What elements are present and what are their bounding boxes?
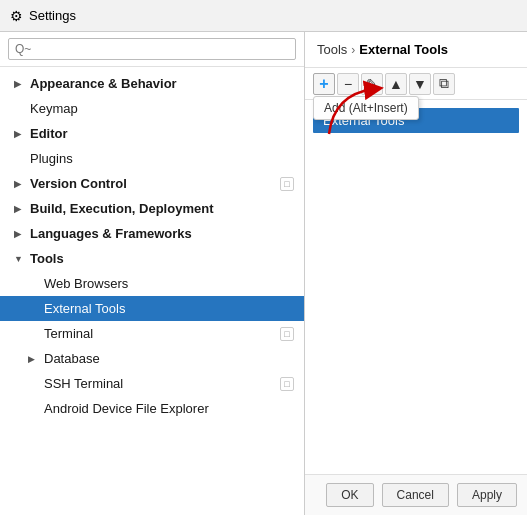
- cancel-button[interactable]: Cancel: [382, 483, 449, 507]
- build-execution-expand-icon: ▶: [14, 204, 24, 214]
- sidebar-item-web-browsers[interactable]: Web Browsers: [0, 271, 304, 296]
- sidebar-item-label-build-execution: Build, Execution, Deployment: [30, 201, 213, 216]
- sidebar-item-database[interactable]: ▶Database: [0, 346, 304, 371]
- sidebar-item-label-terminal: Terminal: [44, 326, 93, 341]
- terminal-badge: □: [280, 327, 294, 341]
- tools-expand-icon: ▼: [14, 254, 24, 264]
- sidebar-item-terminal[interactable]: Terminal□: [0, 321, 304, 346]
- sidebar-item-label-android-device: Android Device File Explorer: [44, 401, 209, 416]
- sidebar-item-label-ssh-terminal: SSH Terminal: [44, 376, 123, 391]
- sidebar-item-label-database: Database: [44, 351, 100, 366]
- breadcrumb-separator: ›: [351, 43, 355, 57]
- move-down-button[interactable]: ▼: [409, 73, 431, 95]
- bottom-bar: OK Cancel Apply: [305, 474, 527, 515]
- sidebar-item-build-execution[interactable]: ▶Build, Execution, Deployment: [0, 196, 304, 221]
- sidebar-item-label-editor: Editor: [30, 126, 68, 141]
- add-tooltip: Add (Alt+Insert): [313, 96, 419, 120]
- settings-icon: ⚙: [10, 8, 23, 24]
- sidebar-item-plugins[interactable]: Plugins: [0, 146, 304, 171]
- search-input[interactable]: [8, 38, 296, 60]
- sidebar-item-external-tools[interactable]: External Tools: [0, 296, 304, 321]
- copy-button[interactable]: ⧉: [433, 73, 455, 95]
- database-expand-icon: ▶: [28, 354, 38, 364]
- editor-expand-icon: ▶: [14, 129, 24, 139]
- sidebar-item-label-version-control: Version Control: [30, 176, 127, 191]
- sidebar-item-appearance[interactable]: ▶Appearance & Behavior: [0, 71, 304, 96]
- nav-list: ▶Appearance & BehaviorKeymap▶EditorPlugi…: [0, 67, 304, 515]
- apply-button[interactable]: Apply: [457, 483, 517, 507]
- breadcrumb-current: External Tools: [359, 42, 448, 57]
- breadcrumb: Tools › External Tools: [305, 32, 527, 68]
- sidebar-item-label-keymap: Keymap: [30, 101, 78, 116]
- sidebar-item-label-tools: Tools: [30, 251, 64, 266]
- languages-expand-icon: ▶: [14, 229, 24, 239]
- add-button[interactable]: +: [313, 73, 335, 95]
- left-panel: ▶Appearance & BehaviorKeymap▶EditorPlugi…: [0, 32, 305, 515]
- right-panel: Tools › External Tools + − ✎ ▲ ▼ ⧉ Add (…: [305, 32, 527, 515]
- window-title: Settings: [29, 8, 76, 23]
- sidebar-item-languages[interactable]: ▶Languages & Frameworks: [0, 221, 304, 246]
- version-control-expand-icon: ▶: [14, 179, 24, 189]
- main-container: ▶Appearance & BehaviorKeymap▶EditorPlugi…: [0, 32, 527, 515]
- appearance-expand-icon: ▶: [14, 79, 24, 89]
- edit-button[interactable]: ✎: [361, 73, 383, 95]
- sidebar-item-label-languages: Languages & Frameworks: [30, 226, 192, 241]
- sidebar-item-editor[interactable]: ▶Editor: [0, 121, 304, 146]
- sidebar-item-keymap[interactable]: Keymap: [0, 96, 304, 121]
- sidebar-item-label-web-browsers: Web Browsers: [44, 276, 128, 291]
- move-up-button[interactable]: ▲: [385, 73, 407, 95]
- content-area: External Tools: [305, 100, 527, 474]
- breadcrumb-parent: Tools: [317, 42, 347, 57]
- ok-button[interactable]: OK: [326, 483, 373, 507]
- version-control-badge: □: [280, 177, 294, 191]
- sidebar-item-ssh-terminal[interactable]: SSH Terminal□: [0, 371, 304, 396]
- title-bar: ⚙ Settings: [0, 0, 527, 32]
- sidebar-item-label-external-tools: External Tools: [44, 301, 125, 316]
- sidebar-item-label-appearance: Appearance & Behavior: [30, 76, 177, 91]
- sidebar-item-label-plugins: Plugins: [30, 151, 73, 166]
- search-box: [0, 32, 304, 67]
- sidebar-item-version-control[interactable]: ▶Version Control□: [0, 171, 304, 196]
- toolbar: + − ✎ ▲ ▼ ⧉ Add (Alt+Insert): [305, 68, 527, 100]
- sidebar-item-tools[interactable]: ▼Tools: [0, 246, 304, 271]
- ssh-terminal-badge: □: [280, 377, 294, 391]
- sidebar-item-android-device[interactable]: Android Device File Explorer: [0, 396, 304, 421]
- remove-button[interactable]: −: [337, 73, 359, 95]
